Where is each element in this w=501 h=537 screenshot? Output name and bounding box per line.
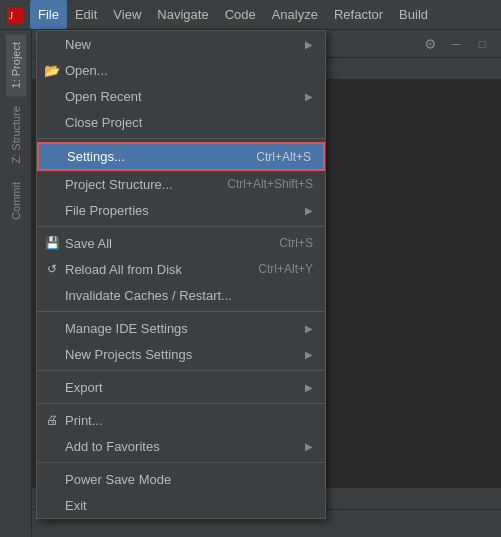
- menu-close-project-label: Close Project: [65, 115, 313, 130]
- menu-settings-label: Settings...: [67, 149, 236, 164]
- menu-item-navigate[interactable]: Navigate: [149, 0, 216, 29]
- menu-item-build[interactable]: Build: [391, 0, 436, 29]
- menu-new-projects-label: New Projects Settings: [65, 347, 305, 362]
- menu-item-print[interactable]: 🖨 Print...: [37, 407, 325, 433]
- minus-button[interactable]: ─: [445, 33, 467, 55]
- menu-reload-shortcut: Ctrl+Alt+Y: [258, 262, 313, 276]
- menu-save-all-shortcut: Ctrl+S: [279, 236, 313, 250]
- menu-item-file[interactable]: File: [30, 0, 67, 29]
- menu-item-add-favorites[interactable]: Add to Favorites ▶: [37, 433, 325, 459]
- menu-new-label: New: [65, 37, 305, 52]
- menu-manage-ide-arrow: ▶: [305, 323, 313, 334]
- menu-item-analyze[interactable]: Analyze: [264, 0, 326, 29]
- gear-button[interactable]: ⚙: [419, 33, 441, 55]
- print-icon: 🖨: [43, 413, 61, 427]
- menu-open-label: Open...: [65, 63, 313, 78]
- menu-item-save-all[interactable]: 💾 Save All Ctrl+S: [37, 230, 325, 256]
- menu-power-save-label: Power Save Mode: [65, 472, 313, 487]
- menu-add-favorites-arrow: ▶: [305, 441, 313, 452]
- file-dropdown-menu: New ▶ 📂 Open... Open Recent ▶ Close Proj…: [36, 30, 326, 519]
- menu-item-open-recent[interactable]: Open Recent ▶: [37, 83, 325, 109]
- menu-item-new[interactable]: New ▶: [37, 31, 325, 57]
- menu-invalidate-label: Invalidate Caches / Restart...: [65, 288, 313, 303]
- separator-2: [37, 226, 325, 227]
- sidebar-tab-commit[interactable]: Commit: [6, 174, 26, 228]
- menu-item-manage-ide[interactable]: Manage IDE Settings ▶: [37, 315, 325, 341]
- menu-new-arrow: ▶: [305, 39, 313, 50]
- menu-item-view[interactable]: View: [105, 0, 149, 29]
- menu-item-close-project[interactable]: Close Project: [37, 109, 325, 135]
- menu-item-invalidate-caches[interactable]: Invalidate Caches / Restart...: [37, 282, 325, 308]
- separator-5: [37, 403, 325, 404]
- menu-print-label: Print...: [65, 413, 313, 428]
- menu-open-recent-arrow: ▶: [305, 91, 313, 102]
- menu-export-arrow: ▶: [305, 382, 313, 393]
- app-logo: J: [4, 4, 26, 26]
- menu-item-power-save[interactable]: Power Save Mode: [37, 466, 325, 492]
- reload-icon: ↺: [43, 262, 61, 276]
- sidebar-left: 1: Project Z: Structure Commit: [0, 30, 32, 537]
- menu-file-properties-arrow: ▶: [305, 205, 313, 216]
- menu-settings-shortcut: Ctrl+Alt+S: [256, 150, 311, 164]
- sidebar-tab-project[interactable]: 1: Project: [6, 34, 26, 96]
- menu-exit-label: Exit: [65, 498, 313, 513]
- sidebar-tab-structure[interactable]: Z: Structure: [6, 98, 26, 171]
- menu-manage-ide-label: Manage IDE Settings: [65, 321, 305, 336]
- menu-item-export[interactable]: Export ▶: [37, 374, 325, 400]
- menu-item-reload-all[interactable]: ↺ Reload All from Disk Ctrl+Alt+Y: [37, 256, 325, 282]
- separator-3: [37, 311, 325, 312]
- menu-item-code[interactable]: Code: [217, 0, 264, 29]
- menu-export-label: Export: [65, 380, 305, 395]
- menu-add-favorites-label: Add to Favorites: [65, 439, 305, 454]
- menu-item-new-projects[interactable]: New Projects Settings ▶: [37, 341, 325, 367]
- menu-reload-label: Reload All from Disk: [65, 262, 238, 277]
- menu-project-structure-label: Project Structure...: [65, 177, 207, 192]
- menu-item-settings[interactable]: Settings... Ctrl+Alt+S: [37, 142, 325, 171]
- menu-project-structure-shortcut: Ctrl+Alt+Shift+S: [227, 177, 313, 191]
- menu-bar: J File Edit View Navigate Code Analyze R…: [0, 0, 501, 30]
- menu-file-properties-label: File Properties: [65, 203, 305, 218]
- save-icon: 💾: [43, 236, 61, 250]
- menu-save-all-label: Save All: [65, 236, 259, 251]
- separator-6: [37, 462, 325, 463]
- svg-text:J: J: [9, 9, 14, 21]
- separator-4: [37, 370, 325, 371]
- menu-open-recent-label: Open Recent: [65, 89, 305, 104]
- separator-1: [37, 138, 325, 139]
- open-button[interactable]: □: [471, 33, 493, 55]
- menu-item-exit[interactable]: Exit: [37, 492, 325, 518]
- menu-item-refactor[interactable]: Refactor: [326, 0, 391, 29]
- menu-new-projects-arrow: ▶: [305, 349, 313, 360]
- menu-item-edit[interactable]: Edit: [67, 0, 105, 29]
- menu-item-file-properties[interactable]: File Properties ▶: [37, 197, 325, 223]
- menu-item-open[interactable]: 📂 Open...: [37, 57, 325, 83]
- folder-open-icon: 📂: [43, 63, 61, 78]
- menu-item-project-structure[interactable]: Project Structure... Ctrl+Alt+Shift+S: [37, 171, 325, 197]
